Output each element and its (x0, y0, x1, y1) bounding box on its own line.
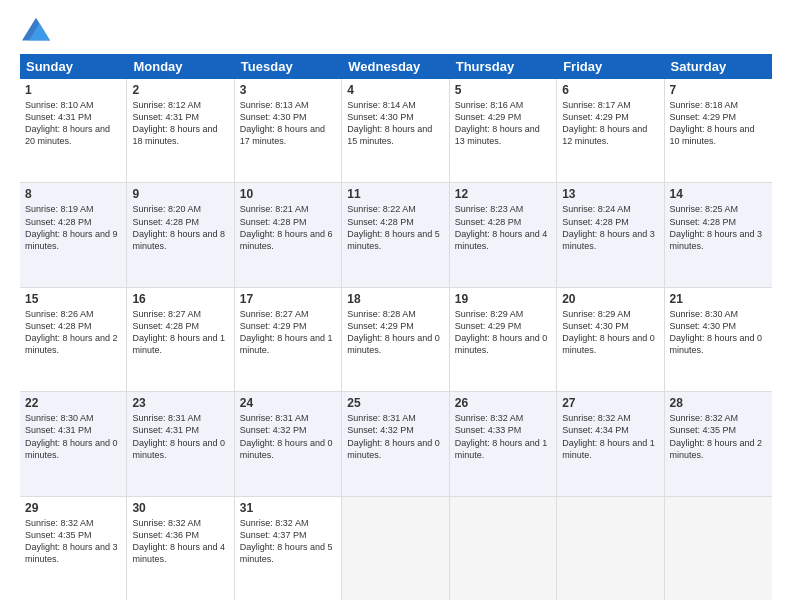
calendar-cell-20: 20Sunrise: 8:29 AMSunset: 4:30 PMDayligh… (557, 288, 664, 391)
calendar-cell-23: 23Sunrise: 8:31 AMSunset: 4:31 PMDayligh… (127, 392, 234, 495)
day-number: 18 (347, 292, 443, 306)
cell-info: Sunrise: 8:32 AMSunset: 4:36 PMDaylight:… (132, 517, 228, 566)
day-number: 8 (25, 187, 121, 201)
header-day-tuesday: Tuesday (235, 54, 342, 79)
day-number: 12 (455, 187, 551, 201)
cell-info: Sunrise: 8:13 AMSunset: 4:30 PMDaylight:… (240, 99, 336, 148)
cell-info: Sunrise: 8:31 AMSunset: 4:31 PMDaylight:… (132, 412, 228, 461)
header-day-friday: Friday (557, 54, 664, 79)
cell-info: Sunrise: 8:12 AMSunset: 4:31 PMDaylight:… (132, 99, 228, 148)
calendar-cell-25: 25Sunrise: 8:31 AMSunset: 4:32 PMDayligh… (342, 392, 449, 495)
calendar-header: SundayMondayTuesdayWednesdayThursdayFrid… (20, 54, 772, 79)
cell-info: Sunrise: 8:28 AMSunset: 4:29 PMDaylight:… (347, 308, 443, 357)
cell-info: Sunrise: 8:31 AMSunset: 4:32 PMDaylight:… (240, 412, 336, 461)
calendar-cell-4: 4Sunrise: 8:14 AMSunset: 4:30 PMDaylight… (342, 79, 449, 182)
calendar-cell-19: 19Sunrise: 8:29 AMSunset: 4:29 PMDayligh… (450, 288, 557, 391)
cell-info: Sunrise: 8:27 AMSunset: 4:29 PMDaylight:… (240, 308, 336, 357)
calendar-cell-24: 24Sunrise: 8:31 AMSunset: 4:32 PMDayligh… (235, 392, 342, 495)
calendar-body: 1Sunrise: 8:10 AMSunset: 4:31 PMDaylight… (20, 79, 772, 600)
calendar-cell-1: 1Sunrise: 8:10 AMSunset: 4:31 PMDaylight… (20, 79, 127, 182)
cell-info: Sunrise: 8:19 AMSunset: 4:28 PMDaylight:… (25, 203, 121, 252)
calendar-cell-7: 7Sunrise: 8:18 AMSunset: 4:29 PMDaylight… (665, 79, 772, 182)
cell-info: Sunrise: 8:30 AMSunset: 4:30 PMDaylight:… (670, 308, 767, 357)
day-number: 24 (240, 396, 336, 410)
calendar-row-2: 8Sunrise: 8:19 AMSunset: 4:28 PMDaylight… (20, 183, 772, 287)
day-number: 23 (132, 396, 228, 410)
day-number: 14 (670, 187, 767, 201)
cell-info: Sunrise: 8:14 AMSunset: 4:30 PMDaylight:… (347, 99, 443, 148)
calendar-cell-15: 15Sunrise: 8:26 AMSunset: 4:28 PMDayligh… (20, 288, 127, 391)
cell-info: Sunrise: 8:32 AMSunset: 4:37 PMDaylight:… (240, 517, 336, 566)
day-number: 20 (562, 292, 658, 306)
day-number: 16 (132, 292, 228, 306)
calendar-cell-8: 8Sunrise: 8:19 AMSunset: 4:28 PMDaylight… (20, 183, 127, 286)
header-day-monday: Monday (127, 54, 234, 79)
calendar-cell-3: 3Sunrise: 8:13 AMSunset: 4:30 PMDaylight… (235, 79, 342, 182)
day-number: 7 (670, 83, 767, 97)
day-number: 31 (240, 501, 336, 515)
day-number: 22 (25, 396, 121, 410)
cell-info: Sunrise: 8:20 AMSunset: 4:28 PMDaylight:… (132, 203, 228, 252)
calendar-cell-30: 30Sunrise: 8:32 AMSunset: 4:36 PMDayligh… (127, 497, 234, 600)
calendar-cell-18: 18Sunrise: 8:28 AMSunset: 4:29 PMDayligh… (342, 288, 449, 391)
cell-info: Sunrise: 8:32 AMSunset: 4:33 PMDaylight:… (455, 412, 551, 461)
calendar-cell-12: 12Sunrise: 8:23 AMSunset: 4:28 PMDayligh… (450, 183, 557, 286)
calendar-cell-empty (342, 497, 449, 600)
day-number: 1 (25, 83, 121, 97)
calendar-cell-10: 10Sunrise: 8:21 AMSunset: 4:28 PMDayligh… (235, 183, 342, 286)
day-number: 10 (240, 187, 336, 201)
calendar-cell-5: 5Sunrise: 8:16 AMSunset: 4:29 PMDaylight… (450, 79, 557, 182)
day-number: 9 (132, 187, 228, 201)
header-day-thursday: Thursday (450, 54, 557, 79)
day-number: 6 (562, 83, 658, 97)
calendar-row-4: 22Sunrise: 8:30 AMSunset: 4:31 PMDayligh… (20, 392, 772, 496)
day-number: 15 (25, 292, 121, 306)
calendar-cell-17: 17Sunrise: 8:27 AMSunset: 4:29 PMDayligh… (235, 288, 342, 391)
cell-info: Sunrise: 8:16 AMSunset: 4:29 PMDaylight:… (455, 99, 551, 148)
calendar-row-3: 15Sunrise: 8:26 AMSunset: 4:28 PMDayligh… (20, 288, 772, 392)
cell-info: Sunrise: 8:32 AMSunset: 4:34 PMDaylight:… (562, 412, 658, 461)
calendar: SundayMondayTuesdayWednesdayThursdayFrid… (20, 54, 772, 600)
cell-info: Sunrise: 8:29 AMSunset: 4:29 PMDaylight:… (455, 308, 551, 357)
calendar-cell-27: 27Sunrise: 8:32 AMSunset: 4:34 PMDayligh… (557, 392, 664, 495)
day-number: 28 (670, 396, 767, 410)
cell-info: Sunrise: 8:30 AMSunset: 4:31 PMDaylight:… (25, 412, 121, 461)
calendar-row-1: 1Sunrise: 8:10 AMSunset: 4:31 PMDaylight… (20, 79, 772, 183)
calendar-cell-29: 29Sunrise: 8:32 AMSunset: 4:35 PMDayligh… (20, 497, 127, 600)
calendar-cell-16: 16Sunrise: 8:27 AMSunset: 4:28 PMDayligh… (127, 288, 234, 391)
cell-info: Sunrise: 8:10 AMSunset: 4:31 PMDaylight:… (25, 99, 121, 148)
calendar-cell-31: 31Sunrise: 8:32 AMSunset: 4:37 PMDayligh… (235, 497, 342, 600)
day-number: 11 (347, 187, 443, 201)
cell-info: Sunrise: 8:24 AMSunset: 4:28 PMDaylight:… (562, 203, 658, 252)
cell-info: Sunrise: 8:18 AMSunset: 4:29 PMDaylight:… (670, 99, 767, 148)
calendar-page: SundayMondayTuesdayWednesdayThursdayFrid… (0, 0, 792, 612)
header (20, 16, 772, 44)
day-number: 5 (455, 83, 551, 97)
day-number: 19 (455, 292, 551, 306)
day-number: 21 (670, 292, 767, 306)
cell-info: Sunrise: 8:21 AMSunset: 4:28 PMDaylight:… (240, 203, 336, 252)
day-number: 26 (455, 396, 551, 410)
calendar-cell-empty (665, 497, 772, 600)
calendar-cell-22: 22Sunrise: 8:30 AMSunset: 4:31 PMDayligh… (20, 392, 127, 495)
cell-info: Sunrise: 8:23 AMSunset: 4:28 PMDaylight:… (455, 203, 551, 252)
calendar-cell-28: 28Sunrise: 8:32 AMSunset: 4:35 PMDayligh… (665, 392, 772, 495)
header-day-wednesday: Wednesday (342, 54, 449, 79)
day-number: 4 (347, 83, 443, 97)
calendar-cell-empty (557, 497, 664, 600)
cell-info: Sunrise: 8:32 AMSunset: 4:35 PMDaylight:… (25, 517, 121, 566)
calendar-cell-11: 11Sunrise: 8:22 AMSunset: 4:28 PMDayligh… (342, 183, 449, 286)
cell-info: Sunrise: 8:27 AMSunset: 4:28 PMDaylight:… (132, 308, 228, 357)
day-number: 30 (132, 501, 228, 515)
calendar-cell-14: 14Sunrise: 8:25 AMSunset: 4:28 PMDayligh… (665, 183, 772, 286)
cell-info: Sunrise: 8:29 AMSunset: 4:30 PMDaylight:… (562, 308, 658, 357)
logo (20, 16, 56, 44)
cell-info: Sunrise: 8:31 AMSunset: 4:32 PMDaylight:… (347, 412, 443, 461)
day-number: 17 (240, 292, 336, 306)
logo-icon (20, 16, 52, 44)
calendar-cell-empty (450, 497, 557, 600)
cell-info: Sunrise: 8:25 AMSunset: 4:28 PMDaylight:… (670, 203, 767, 252)
cell-info: Sunrise: 8:22 AMSunset: 4:28 PMDaylight:… (347, 203, 443, 252)
day-number: 25 (347, 396, 443, 410)
header-day-sunday: Sunday (20, 54, 127, 79)
